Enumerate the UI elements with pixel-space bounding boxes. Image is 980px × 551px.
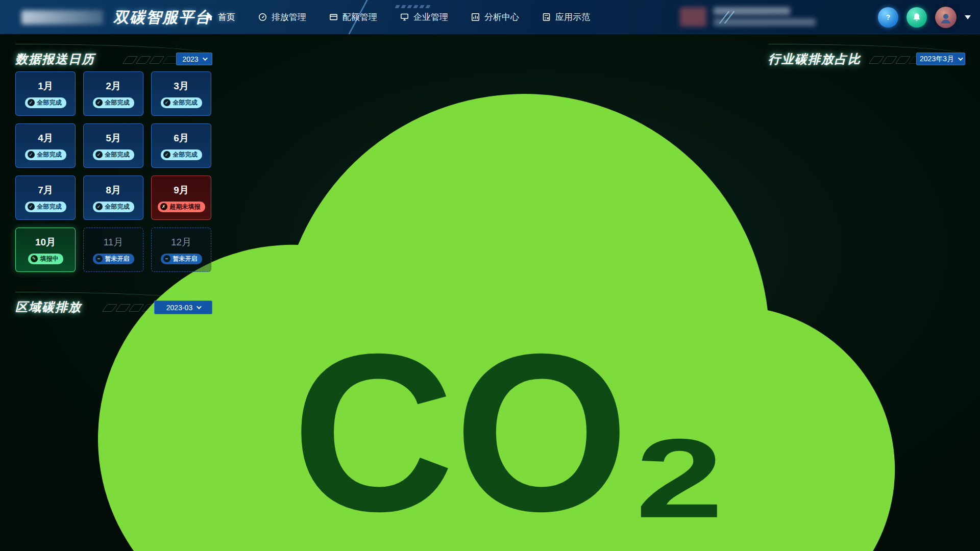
gauge-icon (258, 12, 267, 22)
status-text: 全部完成 (173, 151, 198, 159)
status-icon: ✓ (95, 99, 103, 106)
month-status-badge: ✓全部完成 (93, 149, 134, 160)
nav-item-label: 企业管理 (413, 11, 448, 23)
month-card-2月[interactable]: 2月✓全部完成 (83, 71, 143, 116)
user-avatar[interactable] (935, 7, 957, 28)
month-card-10月[interactable]: 10月✎填报中 (15, 228, 76, 272)
month-card-3月[interactable]: 3月✓全部完成 (151, 71, 211, 116)
industry-period-select[interactable]: 2023年3月 (916, 53, 965, 65)
svg-text:CO₂: CO₂ (292, 307, 729, 551)
status-text: 填报中 (40, 255, 59, 263)
top-nav-bar: 双碳智服平台 首页排放管理配额管理企业管理分析中心应用示范 ? (0, 0, 980, 34)
industry-period-value: 2023年3月 (920, 55, 954, 64)
month-status-badge: ✓全部完成 (93, 97, 134, 108)
month-label: 3月 (174, 80, 189, 93)
status-text: 全部完成 (105, 203, 130, 211)
monitor-icon (400, 12, 409, 22)
month-status-badge: ✓全部完成 (93, 202, 134, 212)
status-text: 全部完成 (105, 151, 130, 159)
main-nav: 首页排放管理配额管理企业管理分析中心应用示范 (204, 0, 590, 34)
month-card-12月[interactable]: 12月−暂未开启 (151, 228, 211, 272)
month-status-badge: ✓全部完成 (25, 202, 66, 212)
nav-item-calc[interactable]: 应用示范 (542, 11, 590, 23)
month-label: 12月 (171, 236, 191, 249)
status-text: 全部完成 (37, 98, 62, 107)
month-card-9月[interactable]: 9月✗超期未填报 (151, 176, 211, 220)
nav-item-card[interactable]: 配额管理 (329, 11, 377, 23)
notifications-button[interactable] (906, 7, 927, 28)
month-card-5月[interactable]: 5月✓全部完成 (83, 123, 143, 168)
month-label: 1月 (38, 80, 53, 93)
region-period-select[interactable]: 2023-03 (154, 300, 212, 314)
status-text: 全部完成 (37, 203, 62, 211)
month-label: 10月 (35, 236, 56, 249)
month-status-badge: −暂未开启 (93, 254, 134, 264)
month-label: 2月 (106, 80, 121, 93)
chevron-down-icon (197, 304, 202, 309)
status-icon: − (163, 255, 170, 262)
status-text: 超期未填报 (170, 203, 201, 211)
status-icon: ✓ (28, 99, 35, 106)
month-card-6月[interactable]: 6月✓全部完成 (151, 123, 211, 168)
app-title: 双碳智服平台 (113, 7, 211, 28)
dual-carbon-dashboard: 双碳智服平台 首页排放管理配额管理企业管理分析中心应用示范 ? 数据报送日历 2… (0, 0, 980, 551)
bell-icon (911, 12, 922, 23)
month-card-11月[interactable]: 11月−暂未开启 (83, 228, 143, 272)
report-calendar-grid: 1月✓全部完成2月✓全部完成3月✓全部完成4月✓全部完成5月✓全部完成6月✓全部… (15, 71, 212, 272)
calendar-year-select[interactable]: 2023 (176, 53, 212, 65)
month-status-badge: ✓全部完成 (25, 149, 66, 160)
status-icon: ✓ (95, 151, 103, 158)
status-text: 全部完成 (37, 151, 62, 159)
month-label: 5月 (106, 132, 121, 145)
month-card-8月[interactable]: 8月✓全部完成 (83, 176, 143, 220)
svg-text:?: ? (886, 13, 890, 21)
region-period-value: 2023-03 (166, 304, 192, 312)
chevron-down-icon (203, 56, 208, 61)
month-status-badge: ✎填报中 (28, 254, 63, 264)
month-label: 8月 (106, 184, 121, 197)
status-icon: ✗ (160, 203, 167, 210)
month-status-badge: ✓全部完成 (25, 97, 66, 108)
nav-item-gauge[interactable]: 排放管理 (258, 11, 306, 23)
status-icon: ✓ (163, 99, 170, 106)
month-card-1月[interactable]: 1月✓全部完成 (15, 71, 76, 116)
user-menu-caret-icon[interactable] (965, 15, 971, 19)
region-panel-title: 区域碳排放 (15, 299, 82, 315)
chevron-down-icon (958, 56, 963, 61)
status-icon: ✓ (163, 151, 170, 158)
home-icon (204, 12, 214, 22)
status-icon: ✓ (28, 151, 35, 158)
nav-item-home[interactable]: 首页 (204, 11, 235, 23)
status-icon: ✎ (31, 255, 38, 262)
question-icon: ? (883, 12, 894, 23)
month-status-badge: ✓全部完成 (161, 97, 202, 108)
header-right-cluster: ? (724, 0, 971, 34)
month-label: 6月 (174, 132, 189, 145)
nav-item-label: 分析中心 (484, 11, 519, 23)
logo-image-redacted (21, 10, 103, 24)
status-text: 全部完成 (173, 98, 198, 107)
help-button[interactable]: ? (878, 7, 898, 28)
status-text: 暂未开启 (105, 255, 130, 263)
month-status-badge: −暂未开启 (161, 254, 202, 264)
month-status-badge: ✓全部完成 (161, 149, 202, 160)
nav-item-label: 首页 (218, 11, 235, 23)
calc-icon (542, 12, 551, 22)
card-icon (329, 12, 338, 22)
person-icon (938, 11, 953, 26)
status-text: 暂未开启 (173, 255, 198, 263)
nav-item-label: 应用示范 (555, 11, 590, 23)
nav-item-chart[interactable]: 分析中心 (471, 11, 519, 23)
nav-item-label: 配额管理 (342, 11, 377, 23)
month-label: 7月 (38, 184, 53, 197)
month-label: 4月 (38, 132, 53, 145)
nav-item-monitor[interactable]: 企业管理 (400, 11, 448, 23)
calendar-panel-title: 数据报送日历 (15, 51, 95, 67)
month-card-4月[interactable]: 4月✓全部完成 (15, 123, 76, 168)
status-icon: ✓ (28, 203, 35, 210)
month-status-badge: ✗超期未填报 (158, 202, 205, 212)
month-card-7月[interactable]: 7月✓全部完成 (15, 176, 76, 220)
chart-icon (471, 12, 480, 22)
industry-panel-title: 行业碳排放占比 (768, 51, 861, 67)
status-text: 全部完成 (105, 98, 130, 107)
